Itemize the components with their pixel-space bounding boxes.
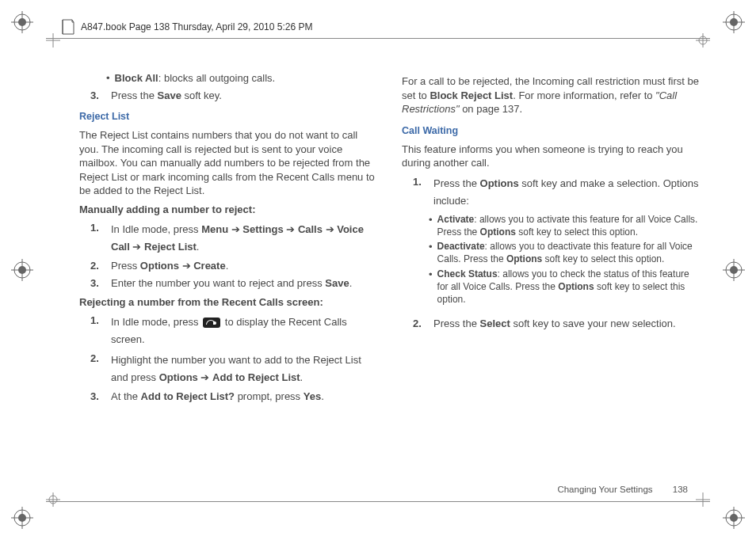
step-number: 1.	[90, 314, 103, 348]
footer-section: Changing Your Settings	[557, 485, 652, 494]
crop-mark-icon	[11, 11, 33, 33]
send-key-icon	[203, 318, 220, 328]
step-3: 3. Press the Save soft key.	[90, 89, 378, 103]
subheading-manual-add: Manually adding a number to reject:	[79, 203, 378, 217]
crop-mark-icon	[723, 507, 745, 529]
step-number: 2.	[90, 259, 103, 273]
list-item: • Deactivate: allows you to deactivate t…	[429, 240, 701, 265]
step-1: 1. Press the Options soft key and make a…	[413, 175, 701, 210]
bullet-icon: •	[429, 213, 433, 238]
step-3: 3. Enter the number you want to reject a…	[90, 276, 378, 291]
right-column: For a call to be rejected, the Incoming …	[402, 70, 701, 407]
step-number: 2.	[413, 317, 426, 331]
divider	[46, 38, 710, 39]
body-text: In Idle mode, press Menu ➔ Settings ➔ Ca…	[111, 221, 378, 256]
body-text: The Reject List contains numbers that yo…	[79, 128, 378, 198]
step-3: 3. At the Add to Reject List? prompt, pr…	[90, 390, 378, 404]
body-text: Highlight the number you want to add to …	[111, 352, 378, 386]
step-2: 2. Press Options ➔ Create.	[90, 259, 378, 273]
body-text: Block All: blocks all outgoing calls.	[115, 71, 276, 86]
page-number: 138	[673, 485, 688, 494]
step-2: 2. Press the Select soft key to save you…	[413, 317, 701, 331]
subheading-reject-list: Reject List	[79, 110, 378, 124]
crop-mark-icon	[723, 11, 745, 33]
body-text: Press the Save soft key.	[111, 89, 378, 103]
step-2: 2. Highlight the number you want to add …	[90, 352, 378, 386]
list-item: • Check Status: allows you to check the …	[429, 268, 701, 306]
crop-mark-icon	[723, 259, 745, 281]
step-number: 3.	[90, 390, 103, 404]
bullet-icon: •	[429, 240, 433, 265]
body-text: Enter the number you want to reject and …	[111, 276, 378, 291]
body-text: Activate: allows you to activate this fe…	[437, 213, 701, 238]
body-text: For a call to be rejected, the Incoming …	[402, 74, 701, 116]
divider	[46, 501, 710, 502]
list-item: • Activate: allows you to activate this …	[429, 213, 701, 238]
step-1: 1. In Idle mode, press to display the Re…	[90, 314, 378, 348]
body-text: At the Add to Reject List? prompt, press…	[111, 390, 378, 404]
step-number: 3.	[90, 276, 103, 291]
header-text: A847.book Page 138 Thursday, April 29, 2…	[81, 21, 312, 32]
step-number: 3.	[90, 89, 103, 103]
body-text: Press the Options soft key and make a se…	[433, 175, 701, 210]
step-number: 1.	[90, 221, 103, 256]
page-header: A847.book Page 138 Thursday, April 29, 2…	[62, 19, 312, 35]
tick-icon	[46, 492, 60, 507]
body-text: This feature informs you when someone is…	[402, 143, 701, 170]
body-text: In Idle mode, press to display the Recen…	[111, 314, 378, 348]
step-number: 2.	[90, 352, 103, 386]
step-1: 1. In Idle mode, press Menu ➔ Settings ➔…	[90, 221, 378, 256]
tick-icon	[696, 492, 710, 507]
book-icon	[62, 19, 74, 35]
left-column: • Block All: blocks all outgoing calls. …	[79, 70, 378, 407]
tick-icon	[46, 33, 60, 48]
body-text: Check Status: allows you to check the st…	[437, 268, 701, 306]
tick-icon	[696, 33, 710, 48]
subheading-recent-calls: Rejecting a number from the Recent Calls…	[79, 295, 378, 310]
page-footer: Changing Your Settings 138	[557, 485, 688, 494]
crop-mark-icon	[11, 507, 33, 529]
bullet-icon: •	[429, 268, 433, 306]
body-text: Press the Select soft key to save your n…	[433, 317, 701, 331]
body-text: Deactivate: allows you to deactivate thi…	[437, 240, 701, 265]
crop-mark-icon	[11, 259, 33, 281]
step-number: 1.	[413, 175, 426, 210]
subheading-call-waiting: Call Waiting	[402, 124, 701, 138]
bullet-icon: •	[106, 71, 110, 86]
list-item: • Block All: blocks all outgoing calls.	[106, 71, 378, 86]
body-text: Press Options ➔ Create.	[111, 259, 378, 273]
